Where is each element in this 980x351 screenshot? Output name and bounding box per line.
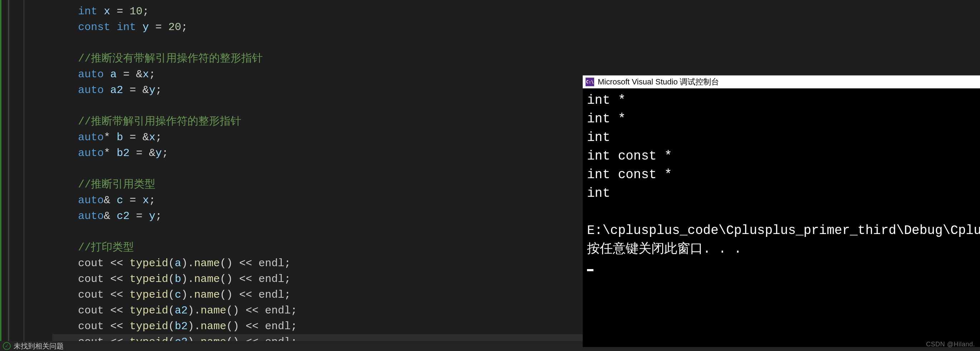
debug-console-window[interactable]: C:\ Microsoft Visual Studio 调试控制台 int * … [583, 75, 980, 347]
change-marker-stripe [0, 0, 2, 351]
code-line[interactable]: int x = 10; [52, 3, 980, 19]
watermark: CSDN @Hiland. [926, 341, 975, 348]
code-line[interactable]: //推断没有带解引用操作符的整形指针 [52, 51, 980, 67]
code-line[interactable] [52, 35, 980, 51]
console-titlebar[interactable]: C:\ Microsoft Visual Studio 调试控制台 [583, 76, 980, 88]
editor-gutter [0, 0, 20, 351]
console-cursor [587, 269, 593, 271]
console-output[interactable]: int * int * int int const * int const * … [583, 88, 980, 347]
status-ok-icon: ✓ [3, 342, 11, 350]
root: int x = 10; const int y = 20; //推断没有带解引用… [0, 0, 980, 351]
code-line[interactable]: const int y = 20; [52, 19, 980, 35]
secondary-stripe [8, 0, 9, 351]
console-app-icon: C:\ [585, 78, 594, 86]
status-text: 未找到相关问题 [14, 341, 64, 351]
console-title: Microsoft Visual Studio 调试控制台 [598, 76, 719, 87]
